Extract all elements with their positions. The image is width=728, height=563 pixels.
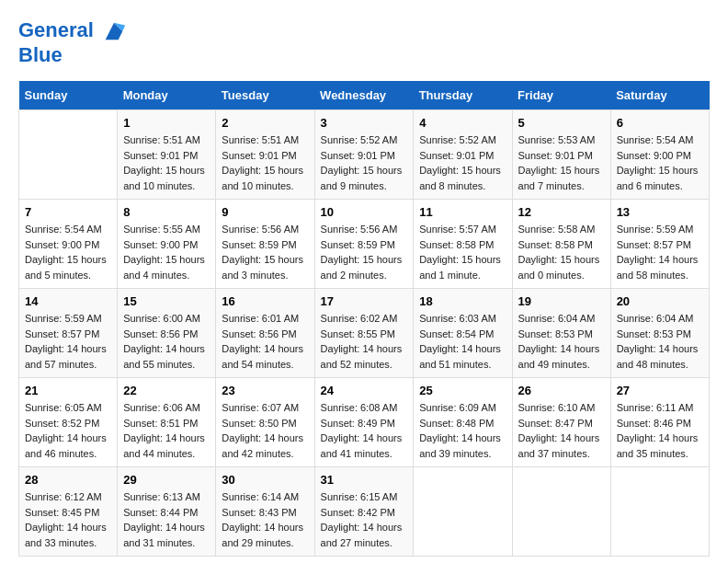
day-info: Sunrise: 5:52 AMSunset: 9:01 PMDaylight:… — [321, 132, 408, 193]
calendar-cell: 1 Sunrise: 5:51 AMSunset: 9:01 PMDayligh… — [118, 110, 216, 200]
day-number: 27 — [617, 384, 703, 397]
day-info: Sunrise: 6:06 AMSunset: 8:51 PMDaylight:… — [123, 400, 210, 461]
day-number: 22 — [123, 384, 210, 397]
day-number: 19 — [518, 294, 605, 308]
weekday-header-row: SundayMondayTuesdayWednesdayThursdayFrid… — [19, 81, 710, 110]
day-number: 4 — [419, 116, 506, 130]
calendar-week-row: 14 Sunrise: 5:59 AMSunset: 8:57 PMDaylig… — [19, 289, 710, 378]
calendar-cell — [414, 467, 512, 557]
day-info: Sunrise: 6:14 AMSunset: 8:43 PMDaylight:… — [222, 489, 308, 550]
page-header: General Blue — [18, 18, 710, 66]
day-info: Sunrise: 5:59 AMSunset: 8:57 PMDaylight:… — [25, 311, 111, 372]
day-info: Sunrise: 6:11 AMSunset: 8:46 PMDaylight:… — [617, 400, 703, 461]
calendar-cell: 7 Sunrise: 5:54 AMSunset: 9:00 PMDayligh… — [19, 200, 118, 289]
weekday-header: Wednesday — [314, 81, 414, 110]
day-info: Sunrise: 5:51 AMSunset: 9:01 PMDaylight:… — [222, 132, 308, 193]
day-number: 2 — [222, 116, 308, 130]
day-info: Sunrise: 6:12 AMSunset: 8:45 PMDaylight:… — [25, 489, 111, 550]
day-info: Sunrise: 5:55 AMSunset: 9:00 PMDaylight:… — [123, 222, 210, 282]
calendar-cell: 26 Sunrise: 6:10 AMSunset: 8:47 PMDaylig… — [512, 378, 610, 467]
day-info: Sunrise: 6:05 AMSunset: 8:52 PMDaylight:… — [25, 400, 111, 461]
day-number: 12 — [518, 205, 605, 219]
calendar-week-row: 7 Sunrise: 5:54 AMSunset: 9:00 PMDayligh… — [19, 200, 710, 289]
day-number: 3 — [321, 116, 408, 130]
day-number: 6 — [617, 116, 703, 130]
day-number: 31 — [321, 473, 408, 487]
calendar-cell: 16 Sunrise: 6:01 AMSunset: 8:56 PMDaylig… — [216, 289, 314, 378]
day-info: Sunrise: 6:08 AMSunset: 8:49 PMDaylight:… — [321, 400, 408, 461]
weekday-header: Monday — [118, 81, 216, 110]
day-number: 13 — [617, 205, 703, 219]
day-number: 26 — [518, 384, 605, 397]
weekday-header: Thursday — [414, 81, 512, 110]
weekday-header: Sunday — [19, 81, 118, 110]
day-info: Sunrise: 5:52 AMSunset: 9:01 PMDaylight:… — [419, 132, 506, 193]
day-number: 14 — [25, 294, 111, 308]
day-number: 20 — [617, 294, 703, 308]
day-info: Sunrise: 6:03 AMSunset: 8:54 PMDaylight:… — [419, 311, 506, 372]
day-info: Sunrise: 5:57 AMSunset: 8:58 PMDaylight:… — [419, 222, 506, 282]
day-info: Sunrise: 5:56 AMSunset: 8:59 PMDaylight:… — [321, 222, 408, 282]
day-info: Sunrise: 6:07 AMSunset: 8:50 PMDaylight:… — [222, 400, 308, 461]
day-number: 5 — [518, 116, 605, 130]
calendar-cell: 15 Sunrise: 6:00 AMSunset: 8:56 PMDaylig… — [118, 289, 216, 378]
day-info: Sunrise: 6:02 AMSunset: 8:55 PMDaylight:… — [321, 311, 408, 372]
calendar-cell: 14 Sunrise: 5:59 AMSunset: 8:57 PMDaylig… — [19, 289, 118, 378]
logo-blue: Blue — [18, 44, 127, 66]
calendar-cell: 3 Sunrise: 5:52 AMSunset: 9:01 PMDayligh… — [314, 110, 414, 200]
calendar-cell: 11 Sunrise: 5:57 AMSunset: 8:58 PMDaylig… — [414, 200, 512, 289]
day-info: Sunrise: 6:13 AMSunset: 8:44 PMDaylight:… — [123, 489, 210, 550]
day-number: 25 — [419, 384, 506, 397]
calendar-cell: 23 Sunrise: 6:07 AMSunset: 8:50 PMDaylig… — [216, 378, 314, 467]
day-info: Sunrise: 6:10 AMSunset: 8:47 PMDaylight:… — [518, 400, 605, 461]
calendar-cell: 6 Sunrise: 5:54 AMSunset: 9:00 PMDayligh… — [610, 110, 709, 200]
day-number: 1 — [123, 116, 210, 130]
day-number: 30 — [222, 473, 308, 487]
calendar-table: SundayMondayTuesdayWednesdayThursdayFrid… — [18, 81, 710, 557]
day-number: 11 — [419, 205, 506, 219]
day-number: 7 — [25, 205, 111, 219]
weekday-header: Saturday — [610, 81, 709, 110]
calendar-cell: 12 Sunrise: 5:58 AMSunset: 8:58 PMDaylig… — [512, 200, 610, 289]
day-number: 29 — [123, 473, 210, 487]
day-info: Sunrise: 6:15 AMSunset: 8:42 PMDaylight:… — [321, 489, 408, 550]
day-number: 9 — [222, 205, 308, 219]
calendar-cell — [512, 467, 610, 557]
day-info: Sunrise: 5:58 AMSunset: 8:58 PMDaylight:… — [518, 222, 605, 282]
calendar-week-row: 28 Sunrise: 6:12 AMSunset: 8:45 PMDaylig… — [19, 467, 710, 557]
calendar-cell: 17 Sunrise: 6:02 AMSunset: 8:55 PMDaylig… — [314, 289, 414, 378]
day-info: Sunrise: 5:59 AMSunset: 8:57 PMDaylight:… — [617, 222, 703, 282]
day-number: 17 — [321, 294, 408, 308]
day-info: Sunrise: 6:01 AMSunset: 8:56 PMDaylight:… — [222, 311, 308, 372]
calendar-week-row: 21 Sunrise: 6:05 AMSunset: 8:52 PMDaylig… — [19, 378, 710, 467]
calendar-cell: 5 Sunrise: 5:53 AMSunset: 9:01 PMDayligh… — [512, 110, 610, 200]
calendar-cell: 25 Sunrise: 6:09 AMSunset: 8:48 PMDaylig… — [414, 378, 512, 467]
day-number: 16 — [222, 294, 308, 308]
day-info: Sunrise: 6:04 AMSunset: 8:53 PMDaylight:… — [617, 311, 703, 372]
calendar-cell: 10 Sunrise: 5:56 AMSunset: 8:59 PMDaylig… — [314, 200, 414, 289]
calendar-cell — [19, 110, 118, 200]
day-info: Sunrise: 5:53 AMSunset: 9:01 PMDaylight:… — [518, 132, 605, 193]
logo: General Blue — [18, 18, 127, 66]
calendar-week-row: 1 Sunrise: 5:51 AMSunset: 9:01 PMDayligh… — [19, 110, 710, 200]
day-number: 10 — [321, 205, 408, 219]
calendar-cell: 31 Sunrise: 6:15 AMSunset: 8:42 PMDaylig… — [314, 467, 414, 557]
calendar-cell: 19 Sunrise: 6:04 AMSunset: 8:53 PMDaylig… — [512, 289, 610, 378]
day-number: 23 — [222, 384, 308, 397]
day-number: 18 — [419, 294, 506, 308]
calendar-cell: 28 Sunrise: 6:12 AMSunset: 8:45 PMDaylig… — [19, 467, 118, 557]
day-info: Sunrise: 5:54 AMSunset: 9:00 PMDaylight:… — [25, 222, 111, 282]
day-info: Sunrise: 6:04 AMSunset: 8:53 PMDaylight:… — [518, 311, 605, 372]
calendar-cell: 18 Sunrise: 6:03 AMSunset: 8:54 PMDaylig… — [414, 289, 512, 378]
calendar-cell: 2 Sunrise: 5:51 AMSunset: 9:01 PMDayligh… — [216, 110, 314, 200]
calendar-cell: 9 Sunrise: 5:56 AMSunset: 8:59 PMDayligh… — [216, 200, 314, 289]
day-info: Sunrise: 5:51 AMSunset: 9:01 PMDaylight:… — [123, 132, 210, 193]
day-number: 8 — [123, 205, 210, 219]
calendar-cell: 13 Sunrise: 5:59 AMSunset: 8:57 PMDaylig… — [610, 200, 709, 289]
day-number: 24 — [321, 384, 408, 397]
calendar-cell: 22 Sunrise: 6:06 AMSunset: 8:51 PMDaylig… — [118, 378, 216, 467]
logo-icon — [101, 18, 127, 44]
logo-text: General — [18, 18, 127, 44]
day-info: Sunrise: 6:09 AMSunset: 8:48 PMDaylight:… — [419, 400, 506, 461]
day-number: 21 — [25, 384, 111, 397]
